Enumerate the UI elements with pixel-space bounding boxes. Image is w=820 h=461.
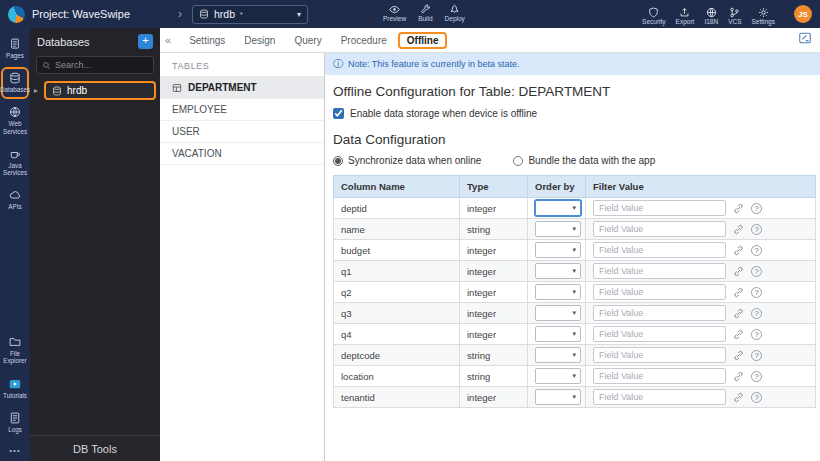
panel-edit-icon — [798, 31, 812, 45]
i18n-button[interactable]: I18N — [704, 3, 718, 26]
db-tools-button[interactable]: DB Tools — [30, 435, 160, 461]
help-icon[interactable]: ? — [751, 224, 762, 235]
link-icon[interactable] — [733, 287, 744, 298]
sidebar-item-java-services[interactable]: Java Services — [1, 143, 29, 182]
column-type-cell: integer — [460, 324, 528, 345]
databases-panel: Databases + ▸ hrdb DB Tools — [30, 28, 160, 461]
tab-design[interactable]: Design — [236, 32, 283, 49]
order-by-select[interactable]: ▾ — [535, 368, 581, 384]
column-type-cell: integer — [460, 303, 528, 324]
help-icon[interactable]: ? — [751, 287, 762, 298]
export-button[interactable]: Export — [676, 3, 695, 26]
link-icon[interactable] — [733, 371, 744, 382]
sidebar-item-pages[interactable]: Pages — [1, 33, 29, 65]
filter-value-input[interactable] — [593, 326, 726, 342]
filter-value-input[interactable] — [593, 347, 726, 363]
topbar-center-actions: Preview Build Deploy — [383, 0, 465, 28]
tree-expander-icon[interactable]: ▸ — [34, 86, 42, 95]
help-icon[interactable]: ? — [751, 350, 762, 361]
user-avatar[interactable]: JS — [794, 5, 812, 23]
filter-value-input[interactable] — [593, 200, 726, 216]
tab-offline[interactable]: Offline — [398, 32, 448, 49]
tab-settings[interactable]: Settings — [181, 32, 233, 49]
pages-icon — [9, 38, 21, 50]
settings-button[interactable]: Settings — [752, 3, 776, 26]
order-by-select[interactable]: ▾ — [535, 326, 581, 342]
link-icon[interactable] — [733, 203, 744, 214]
help-icon[interactable]: ? — [751, 371, 762, 382]
chevron-down-icon: ▾ — [572, 393, 576, 401]
build-button[interactable]: Build — [418, 0, 432, 23]
filter-value-input[interactable] — [593, 389, 726, 405]
link-icon[interactable] — [733, 308, 744, 319]
sidebar-item-apis[interactable]: APIs — [1, 184, 29, 216]
sidebar-item-file-explorer[interactable]: File Explorer — [1, 331, 29, 370]
table-list-item-vacation[interactable]: VACATION — [160, 143, 324, 165]
security-button[interactable]: Security — [642, 3, 665, 26]
wavemaker-logo[interactable] — [8, 6, 25, 23]
bundle-radio[interactable] — [513, 156, 523, 166]
search-input[interactable] — [55, 60, 148, 70]
order-by-select[interactable]: ▾ — [535, 221, 581, 237]
chevron-down-icon: ▾ — [572, 372, 576, 380]
order-by-select[interactable]: ▾ — [535, 284, 581, 300]
collapse-panel-icon[interactable]: « — [165, 34, 171, 46]
tab-query[interactable]: Query — [286, 32, 329, 49]
order-by-select[interactable]: ▾ — [535, 347, 581, 363]
sidebar-item-web-services[interactable]: Web Services — [1, 101, 29, 140]
link-icon[interactable] — [733, 245, 744, 256]
tables-panel-title: TABLES — [160, 53, 324, 77]
table-list-item-employee[interactable]: EMPLOYEE — [160, 99, 324, 121]
database-selector-dropdown[interactable]: hrdb * ▾ — [192, 5, 308, 24]
topbar-right-actions: Security Export I18N VCS Settings JS — [642, 0, 812, 28]
synchronize-radio[interactable] — [333, 156, 343, 166]
column-type-cell: integer — [460, 282, 528, 303]
link-icon[interactable] — [733, 350, 744, 361]
filter-value-input[interactable] — [593, 221, 726, 237]
help-icon[interactable]: ? — [751, 392, 762, 403]
help-icon[interactable]: ? — [751, 203, 762, 214]
enable-offline-storage-checkbox[interactable] — [333, 108, 344, 119]
filter-value-input[interactable] — [593, 368, 726, 384]
panel-toggle-button[interactable] — [798, 31, 812, 49]
sidebar-item-logs[interactable]: Logs — [1, 407, 29, 439]
link-icon[interactable] — [733, 329, 744, 340]
logs-document-icon — [9, 412, 21, 424]
order-by-select[interactable]: ▾ — [535, 200, 581, 216]
column-name-cell: tenantid — [334, 387, 460, 408]
link-icon[interactable] — [733, 266, 744, 277]
table-row: tenantid integer ▾ ? — [334, 387, 816, 408]
filter-value-input[interactable] — [593, 263, 726, 279]
header-type: Type — [460, 176, 528, 198]
help-icon[interactable]: ? — [751, 308, 762, 319]
help-icon[interactable]: ? — [751, 245, 762, 256]
deploy-button[interactable]: Deploy — [445, 0, 465, 23]
chevron-down-icon: ▾ — [572, 246, 576, 254]
video-play-icon — [9, 378, 21, 390]
chevron-down-icon: ▾ — [572, 330, 576, 338]
help-icon[interactable]: ? — [751, 329, 762, 340]
order-by-select[interactable]: ▾ — [535, 389, 581, 405]
sidebar-item-tutorials[interactable]: Tutorials — [1, 373, 29, 405]
left-nav-sidebar: Pages Databases Web Services Java Servic… — [0, 28, 30, 461]
column-type-cell: string — [460, 345, 528, 366]
add-database-button[interactable]: + — [138, 34, 153, 49]
link-icon[interactable] — [733, 392, 744, 403]
more-options-icon[interactable]: ••• — [9, 441, 20, 457]
tab-procedure[interactable]: Procedure — [333, 32, 395, 49]
table-list-item-user[interactable]: USER — [160, 121, 324, 143]
sidebar-item-databases[interactable]: Databases — [1, 67, 29, 99]
filter-value-input[interactable] — [593, 284, 726, 300]
order-by-select[interactable]: ▾ — [535, 242, 581, 258]
link-icon[interactable] — [733, 224, 744, 235]
order-by-select[interactable]: ▾ — [535, 263, 581, 279]
filter-value-input[interactable] — [593, 242, 726, 258]
vcs-button[interactable]: VCS — [728, 3, 741, 26]
tree-item-hrdb[interactable]: hrdb — [44, 81, 156, 100]
filter-value-input[interactable] — [593, 305, 726, 321]
help-icon[interactable]: ? — [751, 266, 762, 277]
preview-button[interactable]: Preview — [383, 0, 406, 23]
table-list-item-department[interactable]: DEPARTMENT — [160, 77, 324, 99]
app-window: Project: WaveSwipe › hrdb * ▾ Preview Bu… — [0, 0, 820, 461]
order-by-select[interactable]: ▾ — [535, 305, 581, 321]
